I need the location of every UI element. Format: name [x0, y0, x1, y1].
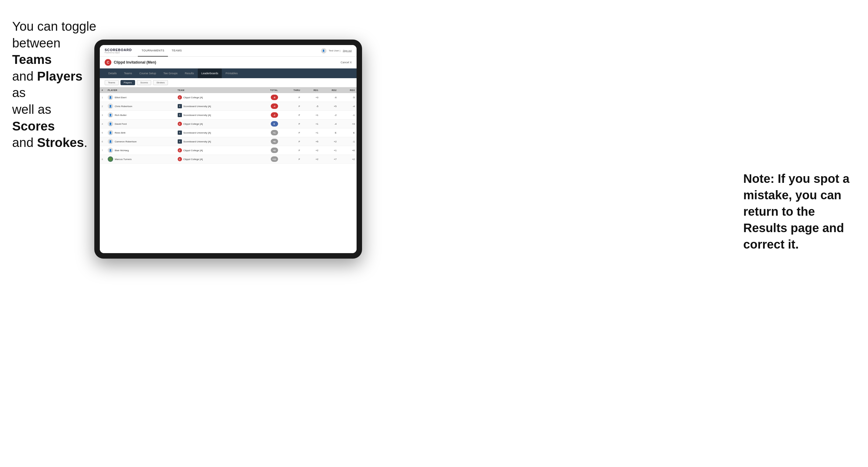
- cell-total: -8: [255, 93, 280, 102]
- cell-rank: 8: [100, 155, 106, 164]
- toggle-players-button[interactable]: Players: [121, 80, 135, 85]
- left-annotation: You can toggle between Teams and Players…: [12, 18, 97, 151]
- cell-rd3: +6: [338, 146, 356, 155]
- annotation-bold-teams: Teams: [12, 52, 52, 67]
- table-row: 4👤David FordCClippd College [A]EF+1-4+3: [100, 120, 356, 128]
- cell-thru: F: [280, 146, 302, 155]
- cell-team: CClippd College [A]: [176, 93, 255, 102]
- cell-rd1: +1: [302, 128, 320, 137]
- cell-thru: F: [280, 137, 302, 146]
- cell-player: 👤Elliot Ebert: [106, 93, 176, 102]
- cell-player: 👤Chris Robertson: [106, 102, 176, 111]
- col-thru: THRU: [280, 87, 302, 93]
- tablet-screen: SCOREBOARD Powered by clippd TOURNAMENTS…: [100, 45, 356, 253]
- toggle-row: Teams Players Scores Strokes: [100, 78, 356, 87]
- cell-player: 👤Rees Britt: [106, 128, 176, 137]
- top-nav: SCOREBOARD Powered by clippd TOURNAMENTS…: [100, 45, 356, 57]
- tab-tee-groups[interactable]: Tee Groups: [160, 68, 181, 78]
- col-rank: #: [100, 87, 106, 93]
- score-badge: -2: [271, 112, 278, 118]
- cell-total: -4: [255, 102, 280, 111]
- col-player: PLAYER: [106, 87, 176, 93]
- cell-total: +9: [255, 146, 280, 155]
- sign-out-link[interactable]: Sign out: [343, 49, 352, 52]
- team-name: Scoreboard University [A]: [183, 114, 211, 117]
- table-row: 1👤Elliot EbertCClippd College [A]-8F+3-6…: [100, 93, 356, 102]
- cell-rd2: +7: [320, 155, 338, 164]
- annotation-bold-scores: Scores: [12, 119, 55, 133]
- team-logo: C: [178, 95, 182, 99]
- toggle-scores-button[interactable]: Scores: [137, 80, 151, 85]
- player-name: Elliot Ebert: [115, 96, 127, 99]
- player-avatar: 👤: [108, 103, 113, 109]
- cell-thru: F: [280, 93, 302, 102]
- cell-thru: F: [280, 128, 302, 137]
- team-name: Clippd College [A]: [183, 149, 203, 152]
- col-team: TEAM: [176, 87, 255, 93]
- cell-rd1: +2: [302, 155, 320, 164]
- player-avatar: 👤: [108, 139, 113, 144]
- cell-total: +6: [255, 137, 280, 146]
- cell-thru: F: [280, 102, 302, 111]
- cell-rd1: +3: [302, 93, 320, 102]
- user-label: Test User |: [329, 49, 340, 52]
- tournament-name: Clippd Invitational (Men): [114, 60, 156, 64]
- cell-player: 👤David Ford: [106, 120, 176, 128]
- score-badge: -4: [271, 103, 278, 109]
- tab-results[interactable]: Results: [181, 68, 198, 78]
- team-logo: S: [178, 104, 182, 108]
- tab-course-setup[interactable]: Course Setup: [136, 68, 160, 78]
- cell-total: +11: [255, 155, 280, 164]
- cell-rd3: +3: [338, 120, 356, 128]
- tab-details[interactable]: Details: [105, 68, 121, 78]
- cell-team: SScoreboard University [A]: [176, 137, 255, 146]
- tab-leaderboards[interactable]: Leaderboards: [198, 68, 222, 78]
- team-name: Scoreboard University [A]: [183, 105, 211, 108]
- cell-rank: 7: [100, 146, 106, 155]
- tab-teams[interactable]: Teams: [121, 68, 136, 78]
- cell-rd2: +2: [320, 137, 338, 146]
- players-table: # PLAYER TEAM TOTAL THRU RD1 RD2 RD3 1👤E…: [100, 87, 356, 164]
- cell-thru: F: [280, 155, 302, 164]
- player-avatar: 👤: [108, 95, 113, 100]
- player-name: Rich Butler: [115, 114, 127, 117]
- cell-total: E: [255, 120, 280, 128]
- nav-tournaments[interactable]: TOURNAMENTS: [138, 45, 168, 57]
- team-name: Scoreboard University [A]: [183, 131, 211, 134]
- cell-team: CClippd College [A]: [176, 146, 255, 155]
- tab-printables[interactable]: Printables: [222, 68, 241, 78]
- cell-rank: 2: [100, 102, 106, 111]
- cell-rd1: +2: [302, 146, 320, 155]
- toggle-strokes-button[interactable]: Strokes: [153, 80, 168, 85]
- score-badge: E: [271, 121, 278, 127]
- player-name: Chris Robertson: [115, 105, 132, 108]
- annotation-bold-players: Players: [37, 69, 83, 83]
- player-name: Cameron Robertson: [115, 140, 136, 143]
- cell-rd2: -4: [320, 120, 338, 128]
- cell-rd2: +1: [320, 146, 338, 155]
- tournament-header: C Clippd Invitational (Men) Cancel X: [100, 57, 356, 68]
- tournament-logo: C: [105, 59, 111, 66]
- team-logo: S: [178, 130, 182, 135]
- user-avatar: 👤: [321, 48, 327, 54]
- nav-teams[interactable]: TEAMS: [168, 45, 186, 57]
- cell-rd2: -2: [320, 111, 338, 120]
- cell-rd3: +2: [338, 155, 356, 164]
- cell-player: 👤Rich Butler: [106, 111, 176, 120]
- table-row: 8🌿Marcus TurnersCClippd College [A]+11F+…: [100, 155, 356, 164]
- tablet-frame: SCOREBOARD Powered by clippd TOURNAMENTS…: [94, 39, 362, 258]
- cell-rd2: -6: [320, 93, 338, 102]
- cell-total: +1: [255, 128, 280, 137]
- cancel-button[interactable]: Cancel X: [340, 61, 352, 64]
- logo-title: SCOREBOARD: [105, 48, 132, 52]
- nav-right: 👤 Test User | Sign out: [321, 48, 352, 54]
- annotation-bold-strokes: Strokes: [37, 135, 84, 150]
- cell-rank: 1: [100, 93, 106, 102]
- note-label: Note: If you spot a mistake, you can ret…: [743, 172, 849, 251]
- player-name: Rees Britt: [115, 131, 125, 134]
- cell-team: SScoreboard University [A]: [176, 111, 255, 120]
- toggle-teams-button[interactable]: Teams: [105, 80, 119, 85]
- team-name: Clippd College [A]: [183, 96, 203, 99]
- table-row: 5👤Rees BrittSScoreboard University [A]+1…: [100, 128, 356, 137]
- team-logo: C: [178, 122, 182, 126]
